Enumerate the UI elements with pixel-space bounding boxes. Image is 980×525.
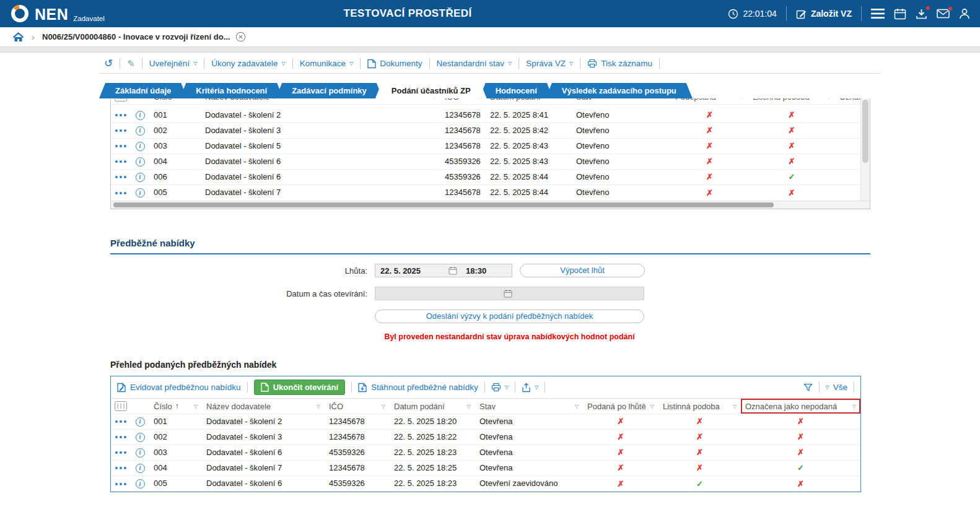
calendar-picker-icon[interactable]: [448, 266, 457, 275]
row-menu-button[interactable]: [111, 108, 131, 123]
overview-title: Přehled podaných předběžných nabídek: [110, 360, 980, 370]
vertical-scrollbar[interactable]: [860, 98, 870, 201]
row-info-button[interactable]: [131, 461, 149, 476]
profile-button[interactable]: [959, 8, 970, 19]
row-menu-button[interactable]: [111, 430, 131, 445]
tab-3[interactable]: Zadávací podmínky: [276, 83, 383, 98]
row-menu-button[interactable]: [111, 445, 131, 461]
deadline-date-input[interactable]: 22. 5. 2025: [375, 266, 448, 276]
filter-dropdown-icon[interactable]: ▽: [572, 404, 579, 409]
column-header-stav[interactable]: Stav▽: [572, 98, 671, 104]
row-info-button[interactable]: [131, 414, 149, 430]
menu-ukony-zadavatele[interactable]: Úkony zadavatele▽: [211, 59, 285, 68]
filter-dropdown-icon[interactable]: ▽: [738, 98, 744, 100]
column-chooser-button[interactable]: [111, 98, 131, 104]
download-offers-button[interactable]: Stáhnout předběžné nabídky: [358, 383, 478, 393]
column-header-nazev[interactable]: Název dodavatele↑▽: [201, 98, 440, 104]
filter-dropdown-icon[interactable]: ▽: [191, 404, 198, 409]
calc-deadlines-button[interactable]: Výpočet lhůt: [520, 264, 645, 277]
row-info-button[interactable]: [131, 139, 149, 154]
print-button[interactable]: ▽: [491, 383, 509, 392]
history-button[interactable]: ↺: [104, 58, 113, 69]
close-record-icon[interactable]: [235, 32, 246, 42]
row-info-button[interactable]: [131, 108, 149, 123]
row-menu-button[interactable]: [111, 476, 131, 492]
menu-uverejneni[interactable]: Uveřejnění▽: [149, 59, 197, 68]
column-header-ico[interactable]: IČO▽: [440, 98, 486, 104]
main-menu-button[interactable]: [871, 8, 885, 19]
column-header-listinna[interactable]: Listinná podoba▽: [748, 98, 835, 104]
tab-6[interactable]: Výsledek zadávacího postupu: [546, 83, 693, 98]
filter-dropdown-icon[interactable]: ▽: [430, 98, 436, 100]
downloads-button[interactable]: [916, 8, 927, 19]
column-header-cislo[interactable]: Číslo▽: [149, 98, 201, 104]
export-button[interactable]: ▽: [522, 383, 538, 393]
column-header-podepsana[interactable]: Podepsána▽: [671, 98, 748, 104]
row-info-button[interactable]: [131, 123, 149, 139]
create-vz-button[interactable]: Založit VZ: [796, 9, 852, 19]
brand[interactable]: NEN Zadavatel: [10, 4, 105, 24]
menu-dokumenty[interactable]: Dokumenty: [367, 59, 422, 69]
row-menu-button[interactable]: [111, 414, 131, 430]
edit-record-button[interactable]: ✎: [127, 59, 135, 69]
row-menu-button[interactable]: [111, 461, 131, 476]
messages-button[interactable]: [937, 9, 950, 19]
send-call-button[interactable]: Odeslání výzvy k podání předběžných nabí…: [375, 310, 644, 323]
column-chooser-button[interactable]: [111, 399, 131, 414]
row-menu-button[interactable]: [111, 123, 131, 139]
column-header-datum[interactable]: Datum podání▽: [486, 98, 572, 104]
row-info-button[interactable]: [131, 476, 149, 492]
row-menu-button[interactable]: [111, 170, 131, 185]
filter-dropdown-icon[interactable]: ▽: [660, 98, 667, 100]
menu-sprava-vz[interactable]: Správa VZ▽: [526, 59, 573, 68]
menu-nestandardni-stav[interactable]: Nestandardní stav▽: [437, 59, 512, 68]
column-header-nazev[interactable]: Název dodavatele▽: [202, 399, 325, 414]
filter-dropdown-icon[interactable]: ▽: [314, 404, 320, 409]
column-header-po_lhute[interactable]: Podaná po lhůtě▽: [583, 399, 658, 414]
row-info-button[interactable]: [131, 170, 149, 185]
horizontal-scrollbar[interactable]: [111, 201, 870, 209]
filter-dropdown-icon[interactable]: ▽: [561, 98, 567, 100]
print-record-button[interactable]: Tisk záznamu: [587, 59, 652, 68]
column-header-datum[interactable]: Datum podání▽: [390, 399, 475, 414]
row-info-button[interactable]: [131, 185, 149, 201]
clock-icon: [728, 9, 738, 19]
register-offer-button[interactable]: Evidovat předběžnou nabídku: [117, 383, 241, 393]
tab-4[interactable]: Podání účastníků ZP: [375, 83, 487, 98]
filter-dropdown-icon[interactable]: ▽: [648, 404, 654, 409]
cross-icon: ✗: [797, 414, 804, 429]
filter-button[interactable]: [803, 383, 813, 392]
row-info-button[interactable]: [131, 154, 149, 170]
home-button[interactable]: [12, 32, 24, 42]
filter-dropdown-icon[interactable]: ▽: [190, 98, 196, 100]
row-info-button[interactable]: [131, 445, 149, 461]
calendar-button[interactable]: [894, 8, 906, 20]
column-header-listinna[interactable]: Listinná podoba▽: [658, 399, 741, 414]
filter-dropdown-icon[interactable]: ▽: [825, 98, 831, 100]
cross-icon: ✗: [706, 108, 713, 123]
filter-dropdown-icon[interactable]: ▽: [475, 98, 481, 100]
scrollbar-thumb[interactable]: [113, 202, 774, 207]
deadline-input-group[interactable]: 22. 5. 2025 18:30: [375, 264, 512, 277]
column-header-nepodana[interactable]: Označena jako nepodaná▽: [741, 399, 860, 414]
breadcrumb-record-tab[interactable]: N006/25/V00004860 - Inovace v rozvoji ří…: [42, 32, 246, 42]
column-header-ico[interactable]: IČO▽: [325, 399, 390, 414]
row-menu-button[interactable]: [111, 185, 131, 201]
filter-vse-button[interactable]: ▽ Vše: [826, 383, 847, 392]
scrollbar-thumb[interactable]: [862, 100, 868, 163]
column-header-cislo[interactable]: Číslo↑▽: [149, 399, 202, 414]
tab-1[interactable]: Základní údaje: [99, 83, 187, 98]
row-menu-button[interactable]: [111, 139, 131, 154]
menu-komunikace[interactable]: Komunikace▽: [300, 59, 353, 68]
filter-dropdown-icon[interactable]: ▽: [465, 404, 471, 409]
filter-dropdown-icon[interactable]: ▽: [379, 404, 385, 409]
column-header-stav[interactable]: Stav▽: [475, 399, 583, 414]
row-menu-button[interactable]: [111, 154, 131, 170]
row-info-button[interactable]: [131, 430, 149, 445]
filter-dropdown-icon[interactable]: ▽: [850, 404, 856, 409]
deadline-time-input[interactable]: 18:30: [457, 266, 512, 276]
filter-dropdown-icon[interactable]: ▽: [730, 404, 737, 409]
finish-opening-button[interactable]: Ukončit otevírání: [254, 380, 345, 395]
tab-5[interactable]: Hodnocení: [479, 83, 553, 98]
tab-2[interactable]: Kritéria hodnocení: [180, 83, 283, 98]
